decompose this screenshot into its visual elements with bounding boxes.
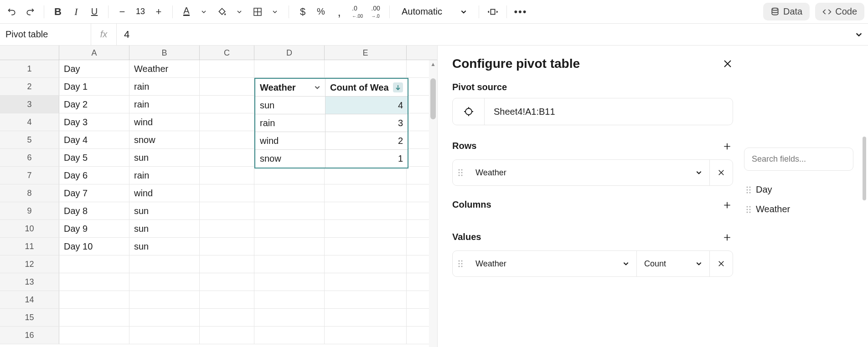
- cell[interactable]: [200, 113, 254, 131]
- remove-row-field-button[interactable]: [710, 168, 733, 177]
- pivot-table-output[interactable]: Weather Count of Wea sun4rain3wind2snow1: [254, 78, 408, 168]
- cell[interactable]: Day 6: [59, 167, 129, 184]
- bold-button[interactable]: B: [50, 4, 66, 20]
- drag-handle-icon[interactable]: [453, 260, 468, 268]
- value-aggregation-select[interactable]: Count: [637, 251, 710, 276]
- code-button[interactable]: Code: [815, 3, 864, 20]
- cell[interactable]: [59, 291, 129, 308]
- cell[interactable]: rain: [129, 96, 200, 113]
- cell[interactable]: [59, 273, 129, 291]
- drag-handle-icon[interactable]: [453, 168, 468, 177]
- row-header[interactable]: 2: [0, 78, 59, 95]
- italic-button[interactable]: I: [68, 4, 84, 20]
- column-header[interactable]: E: [325, 46, 407, 60]
- cell[interactable]: [325, 60, 407, 77]
- cell[interactable]: [200, 238, 254, 255]
- value-field-select[interactable]: Weather: [468, 251, 637, 276]
- font-size-value[interactable]: 13: [132, 7, 149, 16]
- chevron-down-icon[interactable]: [196, 4, 212, 20]
- row-header[interactable]: 16: [0, 327, 59, 344]
- search-fields-input[interactable]: [744, 148, 853, 171]
- cell[interactable]: [129, 273, 200, 291]
- cell[interactable]: [325, 220, 407, 237]
- text-color-button[interactable]: A: [178, 4, 212, 20]
- row-header[interactable]: 1: [0, 60, 59, 77]
- cell[interactable]: Day: [59, 60, 129, 77]
- available-field[interactable]: Weather: [744, 199, 853, 219]
- cell[interactable]: rain: [129, 167, 200, 184]
- column-header[interactable]: A: [59, 46, 129, 60]
- close-panel-button[interactable]: [722, 58, 733, 69]
- cell[interactable]: [200, 149, 254, 166]
- data-button[interactable]: Data: [763, 3, 810, 20]
- add-row-field-button[interactable]: ＋: [721, 138, 733, 154]
- cell[interactable]: [325, 291, 407, 308]
- cell[interactable]: wind: [129, 184, 200, 202]
- cell[interactable]: [254, 291, 325, 308]
- column-header[interactable]: B: [129, 46, 200, 60]
- cell[interactable]: sun: [129, 220, 200, 237]
- cell[interactable]: [325, 255, 407, 273]
- chevron-down-icon[interactable]: [231, 4, 248, 20]
- cell[interactable]: [254, 220, 325, 237]
- cell[interactable]: [254, 238, 325, 255]
- pivot-value-header[interactable]: Count of Wea: [326, 79, 408, 96]
- percent-button[interactable]: %: [313, 4, 329, 20]
- cell[interactable]: Day 7: [59, 184, 129, 202]
- cell[interactable]: [200, 60, 254, 77]
- underline-button[interactable]: U: [86, 4, 103, 20]
- cell[interactable]: [129, 309, 200, 326]
- decrease-decimal-button[interactable]: .0←.00: [349, 4, 366, 20]
- cell[interactable]: [254, 273, 325, 291]
- number-format-select[interactable]: Automatic: [395, 4, 473, 20]
- pivot-row-value[interactable]: 2: [326, 132, 408, 149]
- currency-button[interactable]: $: [294, 4, 311, 20]
- cell[interactable]: [59, 309, 129, 326]
- value-field-chip[interactable]: Weather Count: [452, 250, 733, 277]
- chevron-down-icon[interactable]: [267, 4, 283, 20]
- cell[interactable]: [325, 273, 407, 291]
- cell[interactable]: [129, 327, 200, 344]
- row-header[interactable]: 14: [0, 291, 59, 308]
- cell[interactable]: [59, 327, 129, 344]
- pivot-row-value[interactable]: 4: [326, 97, 408, 114]
- cell[interactable]: [129, 255, 200, 273]
- cell[interactable]: sun: [129, 149, 200, 166]
- row-header[interactable]: 7: [0, 167, 59, 184]
- pivot-row-label[interactable]: snow: [255, 150, 326, 168]
- pivot-row-value[interactable]: 3: [326, 114, 408, 132]
- autofit-button[interactable]: [485, 4, 501, 20]
- cell[interactable]: [254, 255, 325, 273]
- row-header[interactable]: 8: [0, 184, 59, 202]
- comma-button[interactable]: ,: [331, 4, 347, 20]
- scroll-up-arrow[interactable]: ▲: [429, 60, 437, 68]
- cell[interactable]: [200, 291, 254, 308]
- row-header[interactable]: 10: [0, 220, 59, 237]
- cell[interactable]: [254, 327, 325, 344]
- cell[interactable]: Day 3: [59, 113, 129, 131]
- scroll-thumb[interactable]: [430, 78, 436, 119]
- column-header[interactable]: C: [200, 46, 254, 60]
- target-icon[interactable]: [453, 98, 485, 125]
- row-field-select[interactable]: Weather: [468, 160, 710, 185]
- redo-button[interactable]: [22, 4, 38, 20]
- cell[interactable]: [200, 184, 254, 202]
- cell[interactable]: [200, 78, 254, 95]
- cell[interactable]: [200, 309, 254, 326]
- cell[interactable]: [325, 238, 407, 255]
- cell[interactable]: [325, 202, 407, 219]
- increase-decimal-button[interactable]: .00→.0: [367, 4, 384, 20]
- more-button[interactable]: •••: [512, 4, 529, 20]
- row-header[interactable]: 6: [0, 149, 59, 166]
- row-header[interactable]: 11: [0, 238, 59, 255]
- row-header[interactable]: 12: [0, 255, 59, 273]
- cell[interactable]: Weather: [129, 60, 200, 77]
- cell[interactable]: [59, 255, 129, 273]
- borders-button[interactable]: [249, 4, 283, 20]
- cell[interactable]: [254, 60, 325, 77]
- cell[interactable]: wind: [129, 113, 200, 131]
- pivot-row-value[interactable]: 1: [326, 150, 408, 168]
- formula-input[interactable]: 4: [117, 29, 850, 41]
- available-field[interactable]: Day: [744, 180, 853, 199]
- pivot-row-header[interactable]: Weather: [255, 79, 326, 96]
